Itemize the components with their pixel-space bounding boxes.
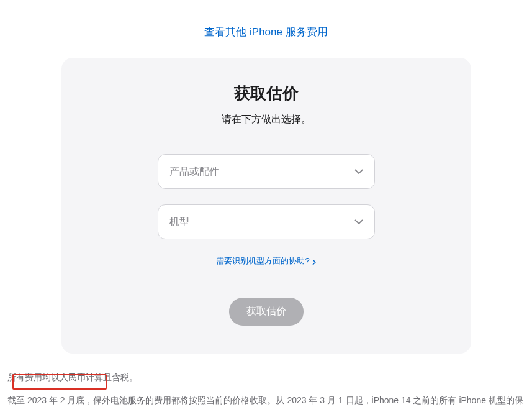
product-select[interactable]: 产品或配件 [158,154,375,189]
model-select-wrapper: 机型 [158,204,375,239]
model-select[interactable]: 机型 [158,204,375,239]
card-title: 获取估价 [86,83,446,104]
footer-line-1: 所有费用均以人民币计算且含税。 [7,369,525,386]
get-estimate-button[interactable]: 获取估价 [229,298,304,326]
identify-model-help-link[interactable]: 需要识别机型方面的协助? [216,255,315,267]
model-select-placeholder: 机型 [169,216,189,229]
other-iphone-services-link[interactable]: 查看其他 iPhone 服务费用 [204,26,327,38]
footer-line-2: 截至 2023 年 2 月底，保外电池服务的费用都将按照当前的价格收取。从 20… [7,392,525,412]
chevron-down-icon [354,169,363,174]
product-select-placeholder: 产品或配件 [169,165,219,178]
card-subtitle: 请在下方做出选择。 [86,113,446,126]
footer-notes: 所有费用均以人民币计算且含税。 截至 2023 年 2 月底，保外电池服务的费用… [0,354,532,412]
help-link-text: 需要识别机型方面的协助? [216,255,309,267]
top-service-link-container: 查看其他 iPhone 服务费用 [0,0,532,39]
chevron-down-icon [354,219,363,224]
product-select-wrapper: 产品或配件 [158,154,375,189]
chevron-right-icon [312,258,316,264]
estimate-card: 获取估价 请在下方做出选择。 产品或配件 机型 需要识别机型方面的协助? 获取估… [61,58,471,354]
